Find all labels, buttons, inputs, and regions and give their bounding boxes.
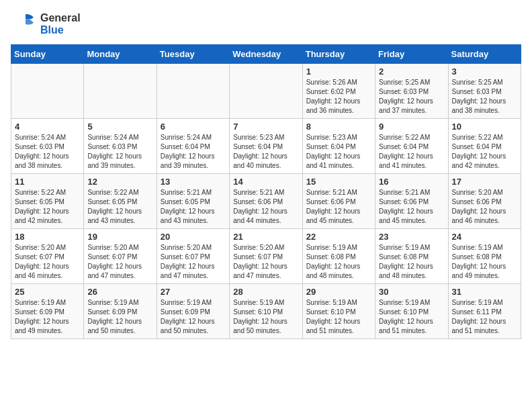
day-cell-19: 19Sunrise: 5:20 AM Sunset: 6:07 PM Dayli… <box>84 229 157 284</box>
day-info: Sunrise: 5:26 AM Sunset: 6:02 PM Dayligh… <box>306 78 371 116</box>
day-number: 28 <box>233 287 298 297</box>
day-number: 31 <box>452 287 517 297</box>
day-cell-25: 25Sunrise: 5:19 AM Sunset: 6:09 PM Dayli… <box>11 284 84 339</box>
day-info: Sunrise: 5:20 AM Sunset: 6:07 PM Dayligh… <box>87 243 152 281</box>
day-info: Sunrise: 5:19 AM Sunset: 6:08 PM Dayligh… <box>306 243 371 281</box>
day-info: Sunrise: 5:19 AM Sunset: 6:08 PM Dayligh… <box>379 243 444 281</box>
day-cell-31: 31Sunrise: 5:19 AM Sunset: 6:11 PM Dayli… <box>448 284 521 339</box>
day-cell-2: 2Sunrise: 5:25 AM Sunset: 6:03 PM Daylig… <box>375 64 448 119</box>
weekday-header-wednesday: Wednesday <box>230 45 302 64</box>
day-number: 15 <box>306 177 371 187</box>
day-number: 5 <box>87 122 152 132</box>
day-info: Sunrise: 5:23 AM Sunset: 6:04 PM Dayligh… <box>233 133 298 171</box>
day-number: 1 <box>306 66 371 77</box>
day-cell-30: 30Sunrise: 5:19 AM Sunset: 6:10 PM Dayli… <box>375 284 448 339</box>
day-info: Sunrise: 5:23 AM Sunset: 6:04 PM Dayligh… <box>306 133 371 171</box>
day-number: 3 <box>452 66 517 77</box>
week-row-1: 1Sunrise: 5:26 AM Sunset: 6:02 PM Daylig… <box>11 64 521 119</box>
day-number: 8 <box>306 122 371 132</box>
day-number: 30 <box>379 287 444 297</box>
day-info: Sunrise: 5:19 AM Sunset: 6:08 PM Dayligh… <box>452 243 517 281</box>
logo-svg <box>11 11 38 38</box>
day-info: Sunrise: 5:19 AM Sunset: 6:10 PM Dayligh… <box>379 298 444 336</box>
day-number: 12 <box>87 177 152 187</box>
day-info: Sunrise: 5:19 AM Sunset: 6:09 PM Dayligh… <box>87 298 152 336</box>
day-info: Sunrise: 5:21 AM Sunset: 6:06 PM Dayligh… <box>233 188 298 226</box>
week-row-5: 25Sunrise: 5:19 AM Sunset: 6:09 PM Dayli… <box>11 284 521 339</box>
day-info: Sunrise: 5:19 AM Sunset: 6:09 PM Dayligh… <box>161 298 226 336</box>
day-number: 22 <box>306 232 371 242</box>
day-cell-23: 23Sunrise: 5:19 AM Sunset: 6:08 PM Dayli… <box>375 229 448 284</box>
day-cell-14: 14Sunrise: 5:21 AM Sunset: 6:06 PM Dayli… <box>230 174 302 229</box>
weekday-header-tuesday: Tuesday <box>157 45 229 64</box>
day-number: 24 <box>452 232 517 242</box>
weekday-header-friday: Friday <box>375 45 448 64</box>
day-number: 17 <box>452 177 517 187</box>
day-number: 25 <box>15 287 80 297</box>
day-number: 29 <box>306 287 371 297</box>
day-cell-22: 22Sunrise: 5:19 AM Sunset: 6:08 PM Dayli… <box>302 229 375 284</box>
day-number: 7 <box>233 122 298 132</box>
header: GeneralBlue <box>11 11 521 38</box>
day-cell-26: 26Sunrise: 5:19 AM Sunset: 6:09 PM Dayli… <box>84 284 157 339</box>
day-cell-28: 28Sunrise: 5:19 AM Sunset: 6:10 PM Dayli… <box>230 284 302 339</box>
day-info: Sunrise: 5:21 AM Sunset: 6:06 PM Dayligh… <box>306 188 371 226</box>
weekday-header-row: SundayMondayTuesdayWednesdayThursdayFrid… <box>11 45 521 64</box>
day-cell-20: 20Sunrise: 5:20 AM Sunset: 6:07 PM Dayli… <box>157 229 229 284</box>
day-cell-21: 21Sunrise: 5:20 AM Sunset: 6:07 PM Dayli… <box>230 229 302 284</box>
day-number: 26 <box>87 287 152 297</box>
day-number: 18 <box>15 232 80 242</box>
day-info: Sunrise: 5:19 AM Sunset: 6:11 PM Dayligh… <box>452 298 517 336</box>
day-number: 10 <box>452 122 517 132</box>
day-cell-3: 3Sunrise: 5:25 AM Sunset: 6:03 PM Daylig… <box>448 64 521 119</box>
week-row-2: 4Sunrise: 5:24 AM Sunset: 6:03 PM Daylig… <box>11 119 521 174</box>
weekday-header-thursday: Thursday <box>302 45 375 64</box>
day-info: Sunrise: 5:22 AM Sunset: 6:04 PM Dayligh… <box>379 133 444 171</box>
empty-cell <box>84 64 157 119</box>
day-number: 20 <box>161 232 226 242</box>
day-cell-4: 4Sunrise: 5:24 AM Sunset: 6:03 PM Daylig… <box>11 119 84 174</box>
day-info: Sunrise: 5:24 AM Sunset: 6:04 PM Dayligh… <box>161 133 226 171</box>
day-info: Sunrise: 5:20 AM Sunset: 6:06 PM Dayligh… <box>452 188 517 226</box>
day-number: 4 <box>15 122 80 132</box>
day-cell-17: 17Sunrise: 5:20 AM Sunset: 6:06 PM Dayli… <box>448 174 521 229</box>
day-cell-12: 12Sunrise: 5:22 AM Sunset: 6:05 PM Dayli… <box>84 174 157 229</box>
day-cell-8: 8Sunrise: 5:23 AM Sunset: 6:04 PM Daylig… <box>302 119 375 174</box>
day-info: Sunrise: 5:25 AM Sunset: 6:03 PM Dayligh… <box>452 78 517 116</box>
day-cell-1: 1Sunrise: 5:26 AM Sunset: 6:02 PM Daylig… <box>302 64 375 119</box>
day-number: 13 <box>161 177 226 187</box>
day-info: Sunrise: 5:24 AM Sunset: 6:03 PM Dayligh… <box>87 133 152 171</box>
day-info: Sunrise: 5:19 AM Sunset: 6:09 PM Dayligh… <box>15 298 80 336</box>
day-info: Sunrise: 5:19 AM Sunset: 6:10 PM Dayligh… <box>233 298 298 336</box>
day-info: Sunrise: 5:22 AM Sunset: 6:04 PM Dayligh… <box>452 133 517 171</box>
day-cell-15: 15Sunrise: 5:21 AM Sunset: 6:06 PM Dayli… <box>302 174 375 229</box>
empty-cell <box>11 64 84 119</box>
day-number: 16 <box>379 177 444 187</box>
day-cell-6: 6Sunrise: 5:24 AM Sunset: 6:04 PM Daylig… <box>157 119 229 174</box>
day-info: Sunrise: 5:24 AM Sunset: 6:03 PM Dayligh… <box>15 133 80 171</box>
day-cell-10: 10Sunrise: 5:22 AM Sunset: 6:04 PM Dayli… <box>448 119 521 174</box>
day-cell-29: 29Sunrise: 5:19 AM Sunset: 6:10 PM Dayli… <box>302 284 375 339</box>
day-info: Sunrise: 5:22 AM Sunset: 6:05 PM Dayligh… <box>15 188 80 226</box>
day-number: 19 <box>87 232 152 242</box>
day-number: 27 <box>161 287 226 297</box>
day-info: Sunrise: 5:21 AM Sunset: 6:06 PM Dayligh… <box>379 188 444 226</box>
day-number: 21 <box>233 232 298 242</box>
empty-cell <box>157 64 229 119</box>
day-cell-7: 7Sunrise: 5:23 AM Sunset: 6:04 PM Daylig… <box>230 119 302 174</box>
week-row-4: 18Sunrise: 5:20 AM Sunset: 6:07 PM Dayli… <box>11 229 521 284</box>
day-number: 11 <box>15 177 80 187</box>
weekday-header-saturday: Saturday <box>448 45 521 64</box>
day-info: Sunrise: 5:20 AM Sunset: 6:07 PM Dayligh… <box>233 243 298 281</box>
weekday-header-monday: Monday <box>84 45 157 64</box>
day-info: Sunrise: 5:20 AM Sunset: 6:07 PM Dayligh… <box>15 243 80 281</box>
empty-cell <box>230 64 302 119</box>
day-number: 9 <box>379 122 444 132</box>
day-info: Sunrise: 5:19 AM Sunset: 6:10 PM Dayligh… <box>306 298 371 336</box>
day-cell-9: 9Sunrise: 5:22 AM Sunset: 6:04 PM Daylig… <box>375 119 448 174</box>
day-number: 23 <box>379 232 444 242</box>
day-cell-13: 13Sunrise: 5:21 AM Sunset: 6:05 PM Dayli… <box>157 174 229 229</box>
day-cell-18: 18Sunrise: 5:20 AM Sunset: 6:07 PM Dayli… <box>11 229 84 284</box>
day-info: Sunrise: 5:21 AM Sunset: 6:05 PM Dayligh… <box>161 188 226 226</box>
day-info: Sunrise: 5:22 AM Sunset: 6:05 PM Dayligh… <box>87 188 152 226</box>
